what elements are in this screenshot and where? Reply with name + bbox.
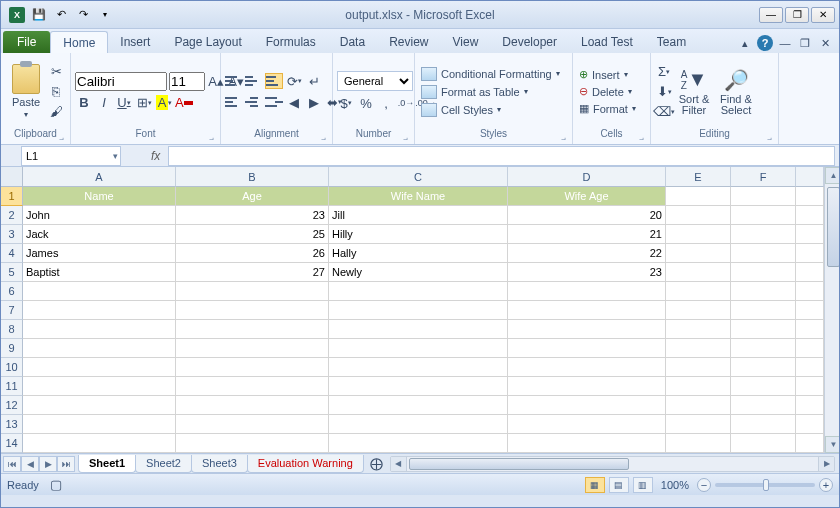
number-format-select[interactable]: General — [337, 71, 413, 91]
macro-record-icon[interactable]: ▢ — [47, 476, 65, 494]
tab-page-layout[interactable]: Page Layout — [162, 31, 253, 53]
row-header-7[interactable]: 7 — [1, 301, 23, 320]
formula-input[interactable] — [168, 146, 835, 166]
row-header-11[interactable]: 11 — [1, 377, 23, 396]
comma-format-icon[interactable]: , — [377, 94, 395, 112]
cell-F14[interactable] — [731, 434, 796, 453]
cell-B3[interactable]: 25 — [176, 225, 329, 244]
cell-C4[interactable]: Hally — [329, 244, 508, 263]
underline-button[interactable]: U▾ — [115, 94, 133, 112]
align-right-icon[interactable] — [265, 94, 283, 110]
cell-E11[interactable] — [666, 377, 731, 396]
save-icon[interactable]: 💾 — [29, 5, 49, 25]
name-box[interactable]: L1 — [21, 146, 121, 166]
cell-C11[interactable] — [329, 377, 508, 396]
cell-B7[interactable] — [176, 301, 329, 320]
file-tab[interactable]: File — [3, 31, 50, 53]
cell-F7[interactable] — [731, 301, 796, 320]
cell-styles-button[interactable]: Cell Styles▾ — [419, 102, 562, 118]
restore-button[interactable]: ❐ — [785, 7, 809, 23]
doc-close-icon[interactable]: ✕ — [817, 36, 833, 50]
tab-load-test[interactable]: Load Test — [569, 31, 645, 53]
cell-1[interactable] — [796, 187, 824, 206]
zoom-out-icon[interactable]: − — [697, 478, 711, 492]
close-button[interactable]: ✕ — [811, 7, 835, 23]
cell-A4[interactable]: James — [23, 244, 176, 263]
tab-view[interactable]: View — [441, 31, 491, 53]
cut-icon[interactable]: ✂ — [47, 63, 65, 81]
vertical-scrollbar[interactable]: ▲ ▼ — [824, 167, 839, 453]
cell-A8[interactable] — [23, 320, 176, 339]
cell-C8[interactable] — [329, 320, 508, 339]
column-header-extra[interactable] — [796, 167, 824, 187]
cell-10[interactable] — [796, 358, 824, 377]
cell-D6[interactable] — [508, 282, 666, 301]
cell-D4[interactable]: 22 — [508, 244, 666, 263]
minimize-button[interactable]: — — [759, 7, 783, 23]
vscroll-thumb[interactable] — [827, 187, 840, 267]
cell-E8[interactable] — [666, 320, 731, 339]
select-all-corner[interactable] — [1, 167, 23, 187]
cell-C2[interactable]: Jill — [329, 206, 508, 225]
hscroll-thumb[interactable] — [409, 458, 629, 470]
cell-12[interactable] — [796, 396, 824, 415]
sheet-nav-next-icon[interactable]: ▶ — [39, 456, 57, 472]
sheet-nav-last-icon[interactable]: ⏭ — [57, 456, 75, 472]
zoom-in-icon[interactable]: + — [819, 478, 833, 492]
tab-developer[interactable]: Developer — [490, 31, 569, 53]
cell-F6[interactable] — [731, 282, 796, 301]
cell-D13[interactable] — [508, 415, 666, 434]
sheet-tab-sheet1[interactable]: Sheet1 — [78, 455, 136, 473]
align-middle-icon[interactable] — [245, 73, 263, 89]
cell-F13[interactable] — [731, 415, 796, 434]
fill-icon[interactable]: ⬇▾ — [655, 83, 673, 101]
cell-D9[interactable] — [508, 339, 666, 358]
new-sheet-icon[interactable]: ⨁ — [368, 455, 386, 473]
page-layout-view-icon[interactable]: ▤ — [609, 477, 629, 493]
cell-D14[interactable] — [508, 434, 666, 453]
column-header-D[interactable]: D — [508, 167, 666, 187]
cell-A12[interactable] — [23, 396, 176, 415]
cell-F9[interactable] — [731, 339, 796, 358]
qat-customize-icon[interactable]: ▾ — [95, 5, 115, 25]
cell-C7[interactable] — [329, 301, 508, 320]
cell-B10[interactable] — [176, 358, 329, 377]
cell-D2[interactable]: 20 — [508, 206, 666, 225]
cell-E3[interactable] — [666, 225, 731, 244]
italic-button[interactable]: I — [95, 94, 113, 112]
cell-4[interactable] — [796, 244, 824, 263]
help-icon[interactable]: ? — [757, 35, 773, 51]
cell-3[interactable] — [796, 225, 824, 244]
align-bottom-icon[interactable] — [265, 73, 283, 89]
row-header-5[interactable]: 5 — [1, 263, 23, 282]
cell-D1[interactable]: Wife Age — [508, 187, 666, 206]
wrap-text-icon[interactable]: ↵ — [305, 72, 323, 90]
cell-C1[interactable]: Wife Name — [329, 187, 508, 206]
font-name-select[interactable] — [75, 72, 167, 91]
cell-F5[interactable] — [731, 263, 796, 282]
cell-13[interactable] — [796, 415, 824, 434]
cell-C9[interactable] — [329, 339, 508, 358]
sheet-tab-sheet2[interactable]: Sheet2 — [135, 455, 192, 473]
cell-D12[interactable] — [508, 396, 666, 415]
cell-B2[interactable]: 23 — [176, 206, 329, 225]
cell-C13[interactable] — [329, 415, 508, 434]
column-header-C[interactable]: C — [329, 167, 508, 187]
row-header-9[interactable]: 9 — [1, 339, 23, 358]
cell-E2[interactable] — [666, 206, 731, 225]
conditional-formatting-button[interactable]: Conditional Formatting▾ — [419, 66, 562, 82]
cell-E10[interactable] — [666, 358, 731, 377]
column-header-B[interactable]: B — [176, 167, 329, 187]
row-header-12[interactable]: 12 — [1, 396, 23, 415]
bold-button[interactable]: B — [75, 94, 93, 112]
cell-A7[interactable] — [23, 301, 176, 320]
cell-A5[interactable]: Baptist — [23, 263, 176, 282]
autosum-icon[interactable]: Σ▾ — [655, 63, 673, 81]
row-header-2[interactable]: 2 — [1, 206, 23, 225]
zoom-slider[interactable] — [715, 483, 815, 487]
cell-14[interactable] — [796, 434, 824, 453]
cell-7[interactable] — [796, 301, 824, 320]
cell-B1[interactable]: Age — [176, 187, 329, 206]
align-top-icon[interactable] — [225, 73, 243, 89]
tab-review[interactable]: Review — [377, 31, 440, 53]
